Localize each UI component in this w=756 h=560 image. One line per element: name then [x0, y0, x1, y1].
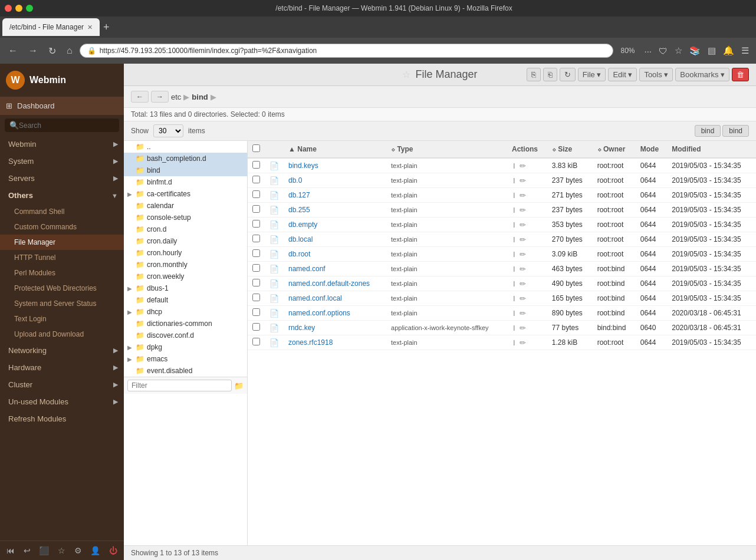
- cell-name[interactable]: db.255: [284, 203, 386, 218]
- row-checkbox[interactable]: [252, 264, 260, 272]
- cell-name[interactable]: bind.keys: [284, 158, 386, 173]
- sidebar-subitem-command-shell[interactable]: Command Shell: [0, 204, 124, 219]
- th-modified[interactable]: Modified: [667, 141, 756, 158]
- edit-action-icon[interactable]: ✏: [520, 250, 526, 259]
- bookmark-btn-1[interactable]: bind: [695, 125, 721, 137]
- row-checkbox[interactable]: [252, 279, 260, 286]
- edit-action-icon[interactable]: ✏: [520, 309, 526, 318]
- tab-close-button[interactable]: ✕: [87, 24, 93, 31]
- row-checkbox[interactable]: [252, 205, 260, 213]
- sidebar-item-system[interactable]: System ▶: [0, 153, 124, 170]
- sidebar-button[interactable]: ▤: [705, 43, 718, 58]
- row-checkbox[interactable]: [252, 190, 260, 198]
- cell-name[interactable]: named.conf.local: [284, 291, 386, 306]
- nav-first-icon[interactable]: ⏮: [6, 546, 15, 555]
- edit-action-icon[interactable]: ✏: [520, 265, 526, 274]
- row-checkbox[interactable]: [252, 323, 260, 331]
- logout-icon[interactable]: ⏻: [109, 546, 117, 555]
- sidebar-item-hardware[interactable]: Hardware ▶: [0, 359, 124, 376]
- tree-item-default[interactable]: 📁 default: [124, 294, 247, 306]
- view-action-icon[interactable]: I: [513, 191, 515, 200]
- forward-button[interactable]: →: [25, 43, 41, 58]
- sidebar-item-networking[interactable]: Networking ▶: [0, 342, 124, 359]
- view-action-icon[interactable]: I: [513, 294, 515, 303]
- view-action-icon[interactable]: I: [513, 220, 515, 229]
- cell-name[interactable]: rndc.key: [284, 321, 386, 335]
- view-action-icon[interactable]: I: [513, 206, 515, 215]
- more-button[interactable]: ···: [642, 44, 654, 58]
- tree-item-dbus-1[interactable]: ▶ 📁 dbus-1: [124, 282, 247, 294]
- tree-item-cron-d[interactable]: 📁 cron.d: [124, 223, 247, 235]
- tree-item-console-setup[interactable]: 📁 console-setup: [124, 212, 247, 223]
- row-checkbox[interactable]: [252, 235, 260, 242]
- breadcrumb-root[interactable]: etc: [171, 93, 181, 101]
- tree-item-dotdot[interactable]: 📁 ..: [124, 141, 247, 153]
- minimize-dot[interactable]: [15, 5, 22, 12]
- menu-button[interactable]: ☰: [739, 43, 751, 58]
- edit-action-icon[interactable]: ✏: [520, 279, 526, 288]
- tree-item-binfmt[interactable]: 📁 binfmt.d: [124, 176, 247, 188]
- maximize-dot[interactable]: [26, 5, 33, 12]
- terminal-icon[interactable]: ⬛: [39, 546, 49, 555]
- edit-action-icon[interactable]: ✏: [520, 191, 526, 200]
- cell-name[interactable]: db.127: [284, 188, 386, 203]
- th-type[interactable]: ⬦ Type: [386, 141, 507, 158]
- cell-name[interactable]: named.conf.options: [284, 306, 386, 321]
- edit-action-icon[interactable]: ✏: [520, 338, 526, 347]
- view-action-icon[interactable]: I: [513, 309, 515, 318]
- edit-action-icon[interactable]: ✏: [520, 176, 526, 185]
- sidebar-subitem-system-server-status[interactable]: System and Server Status: [0, 296, 124, 311]
- sidebar-subitem-http-tunnel[interactable]: HTTP Tunnel: [0, 250, 124, 265]
- close-dot[interactable]: [5, 5, 12, 12]
- show-select[interactable]: 30 50 100: [153, 124, 183, 137]
- reload-button[interactable]: ↻: [45, 43, 60, 59]
- sidebar-item-others[interactable]: Others ▼: [0, 187, 124, 204]
- row-checkbox[interactable]: [252, 308, 260, 316]
- edit-action-icon[interactable]: ✏: [520, 206, 526, 215]
- sidebar-subitem-protected-web-dirs[interactable]: Protected Web Directories: [0, 281, 124, 296]
- sidebar-logo[interactable]: W Webmin: [0, 64, 124, 97]
- tree-item-cron-monthly[interactable]: 📁 cron.monthly: [124, 259, 247, 271]
- active-tab[interactable]: /etc/bind - File Manager ✕: [2, 18, 100, 36]
- folder-add-icon[interactable]: 📁: [234, 381, 244, 390]
- bookmarks-menu-button[interactable]: Bookmarks ▾: [675, 68, 729, 81]
- edit-menu-button[interactable]: Edit ▾: [608, 68, 637, 81]
- shield-button[interactable]: 🛡: [656, 44, 670, 58]
- cell-name[interactable]: zones.rfc1918: [284, 335, 386, 350]
- cell-name[interactable]: db.0: [284, 173, 386, 188]
- sidebar-subitem-upload-download[interactable]: Upload and Download: [0, 327, 124, 342]
- back-button[interactable]: ←: [5, 43, 21, 58]
- notifications-button[interactable]: 🔔: [721, 43, 737, 58]
- th-size[interactable]: ⬦ Size: [547, 141, 593, 158]
- tree-item-emacs[interactable]: ▶ 📁 emacs: [124, 353, 247, 365]
- copy-button[interactable]: ⎘: [527, 68, 541, 81]
- tree-item-dpkg[interactable]: ▶ 📁 dpkg: [124, 341, 247, 353]
- filter-input[interactable]: [127, 380, 232, 391]
- th-owner[interactable]: ⬦ Owner: [593, 141, 636, 158]
- sidebar-subitem-file-manager[interactable]: File Manager: [0, 235, 124, 250]
- sidebar-subitem-custom-commands[interactable]: Custom Commands: [0, 219, 124, 235]
- view-action-icon[interactable]: I: [513, 235, 515, 244]
- user-icon[interactable]: 👤: [90, 546, 100, 555]
- delete-button[interactable]: 🗑: [732, 68, 749, 81]
- edit-action-icon[interactable]: ✏: [520, 235, 526, 244]
- row-checkbox[interactable]: [252, 338, 260, 345]
- tree-item-bind[interactable]: 📁 bash_completion.d: [124, 153, 247, 164]
- edit-action-icon[interactable]: ✏: [520, 294, 526, 303]
- tree-item-ca-certificates[interactable]: ▶ 📁 ca-certificates: [124, 188, 247, 200]
- cell-name[interactable]: db.root: [284, 247, 386, 262]
- th-mode[interactable]: Mode: [636, 141, 667, 158]
- cell-name[interactable]: db.local: [284, 232, 386, 247]
- address-bar[interactable]: 🔒 https://45.79.193.205:10000/filemin/in…: [80, 44, 614, 58]
- sidebar-item-servers[interactable]: Servers ▶: [0, 170, 124, 187]
- tree-item-cron-hourly[interactable]: 📁 cron.hourly: [124, 247, 247, 259]
- edit-action-icon[interactable]: ✏: [520, 324, 526, 332]
- refresh-button[interactable]: ↻: [560, 68, 576, 81]
- tree-item-cron-weekly[interactable]: 📁 cron.weekly: [124, 271, 247, 282]
- th-name[interactable]: ▲ Name: [284, 141, 386, 158]
- view-action-icon[interactable]: I: [513, 324, 515, 332]
- nav-prev-icon[interactable]: ↩: [24, 546, 31, 555]
- bookmark-btn-2[interactable]: bind: [722, 125, 749, 137]
- breadcrumb-bind[interactable]: bind: [192, 93, 208, 101]
- new-tab-button[interactable]: +: [103, 21, 110, 34]
